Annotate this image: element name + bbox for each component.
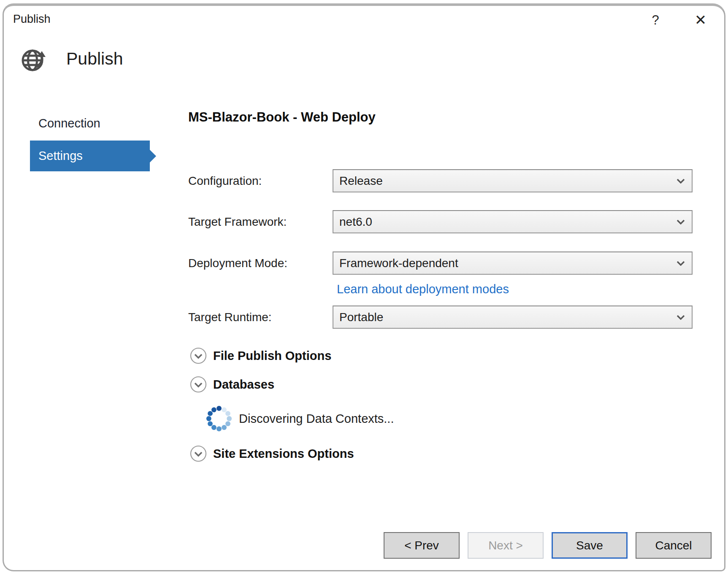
chevron-down-icon xyxy=(677,219,685,224)
target-runtime-value: Portable xyxy=(339,311,383,324)
chevron-down-icon xyxy=(677,315,685,320)
publish-globe-icon xyxy=(20,46,48,73)
prev-button[interactable]: < Prev xyxy=(384,532,460,559)
configuration-label: Configuration: xyxy=(188,174,333,188)
target-framework-label: Target Framework: xyxy=(188,215,333,229)
configuration-row: Configuration: Release xyxy=(188,169,693,192)
sidebar-item-connection[interactable]: Connection xyxy=(38,116,100,130)
deployment-mode-select[interactable]: Framework-dependent xyxy=(333,251,693,275)
chevron-down-icon xyxy=(677,178,685,184)
databases-expander[interactable]: Databases xyxy=(190,376,274,393)
target-framework-value: net6.0 xyxy=(339,215,372,229)
target-runtime-label: Target Runtime: xyxy=(188,311,333,324)
deployment-mode-value: Framework-dependent xyxy=(339,257,458,270)
target-framework-select[interactable]: net6.0 xyxy=(333,210,693,233)
profile-heading: MS-Blazor-Book - Web Deploy xyxy=(188,110,376,125)
expander-chevron-icon xyxy=(190,445,207,462)
loading-spinner-icon xyxy=(205,405,233,433)
expander-chevron-icon xyxy=(190,347,207,364)
deployment-mode-row: Deployment Mode: Framework-dependent xyxy=(188,251,693,275)
target-framework-row: Target Framework: net6.0 xyxy=(188,210,693,233)
page-title: Publish xyxy=(66,49,123,69)
sidebar-item-settings-label: Settings xyxy=(38,149,83,163)
site-extensions-options-label: Site Extensions Options xyxy=(213,447,354,461)
deployment-modes-link[interactable]: Learn about deployment modes xyxy=(337,282,509,296)
expander-chevron-icon xyxy=(190,376,207,393)
close-button[interactable]: ✕ xyxy=(690,9,711,30)
help-button[interactable]: ? xyxy=(646,11,665,30)
loading-status-text: Discovering Data Contexts... xyxy=(239,412,394,426)
site-extensions-options-expander[interactable]: Site Extensions Options xyxy=(190,445,354,462)
publish-dialog: Publish ? ✕ Publish Connection Settings … xyxy=(3,3,725,571)
deployment-mode-label: Deployment Mode: xyxy=(188,257,333,270)
configuration-select[interactable]: Release xyxy=(333,169,693,192)
configuration-value: Release xyxy=(339,174,383,188)
file-publish-options-label: File Publish Options xyxy=(213,349,331,363)
next-button[interactable]: Next > xyxy=(468,532,544,559)
sidebar-item-settings[interactable]: Settings xyxy=(30,141,150,171)
save-button[interactable]: Save xyxy=(552,532,628,559)
window-title: Publish xyxy=(13,13,51,26)
target-runtime-select[interactable]: Portable xyxy=(333,306,693,329)
data-contexts-loading: Discovering Data Contexts... xyxy=(205,405,394,433)
target-runtime-row: Target Runtime: Portable xyxy=(188,306,693,329)
databases-label: Databases xyxy=(213,378,274,392)
file-publish-options-expander[interactable]: File Publish Options xyxy=(190,347,331,364)
chevron-down-icon xyxy=(677,261,685,266)
cancel-button[interactable]: Cancel xyxy=(636,532,712,559)
